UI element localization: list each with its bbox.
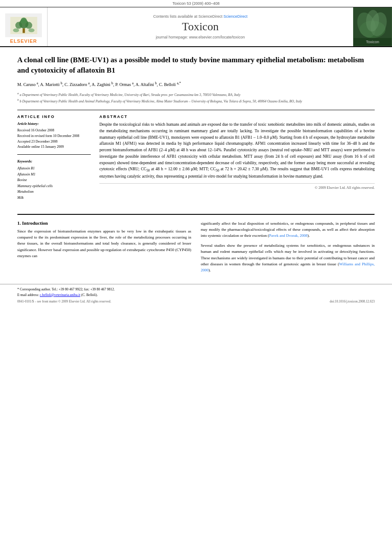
svg-point-4 [25,22,32,29]
footnote-corresponding: * Corresponding author. Tel.: +39 80 467… [17,287,375,298]
divider-after-affiliations [17,110,375,110]
affiliations: a a Department of Veterinary Public Heal… [17,91,375,104]
elsevier-logo-image [5,13,42,37]
ref-williams-link[interactable]: Williams and Phillips, 2000 [201,262,375,272]
issn-text: 0041-0101/$ – see front matter © 2009 El… [17,299,111,303]
elsevier-brand-text: ELSEVIER [10,38,37,44]
journal-ref: Toxicon 53 (2009) 400–408 [0,0,392,7]
history-label: Article history: [17,121,91,127]
email-label: E-mail address: [17,293,39,297]
svg-rect-1 [22,28,25,33]
keywords-list: Aflatoxin B1 Aflatoxin M1 Bovine Mammary… [17,166,91,201]
journal-header: ELSEVIER Contents lists available at Sci… [0,7,392,47]
article-history-block: Article history: Received 16 October 200… [17,121,91,150]
intro-para3: Several studies show the presence of met… [201,242,375,274]
abstract-column: ABSTRACT Despite the toxicological risks… [99,115,375,205]
svg-point-6 [13,28,19,32]
body-divider [17,214,375,215]
svg-point-7 [28,28,34,32]
article-title: A clonal cell line (BME-UV1) as a possib… [17,55,375,76]
intro-para1: Since the expression of biotransformatio… [17,228,191,259]
keywords-label: Keywords: [17,159,91,165]
article-info-abstract-area: ARTICLE INFO Article history: Received 1… [17,115,375,205]
body-right-column: significantly affect the local dispositi… [201,220,375,277]
received-date: Received 16 October 2008 [17,128,91,134]
svg-point-3 [15,22,22,29]
article-history-section: Article history: Received 16 October 200… [17,121,91,150]
main-content: A clonal cell line (BME-UV1) as a possib… [0,47,392,210]
journal-homepage: journal homepage: www.elsevier.com/locat… [156,35,245,39]
body-left-column: 1. Introduction Since the expression of … [17,220,191,277]
copyright-line: © 2009 Elsevier Ltd. All rights reserved… [99,183,375,190]
abstract-label: ABSTRACT [99,115,375,119]
journal-center-area: Contents lists available at ScienceDirec… [48,7,353,46]
keywords-section: Keywords: Aflatoxin B1 Aflatoxin M1 Bovi… [17,159,91,201]
email-link[interactable]: c.belloli@veterinaria.uniba.it [40,293,80,297]
toxicon-cover-image: Toxicon [353,7,392,46]
sciencedirect-line: Contents lists available at ScienceDirec… [153,14,247,19]
cover-inner: Toxicon [354,8,392,46]
footer-area: * Corresponding author. Tel.: +39 80 467… [0,284,392,306]
available-date: Available online 15 January 2009 [17,144,91,150]
elsevier-logo-area: ELSEVIER [0,7,48,46]
svg-point-5 [20,17,26,23]
sciencedirect-link[interactable]: ScienceDirect [223,14,248,19]
keywords-block: Keywords: Aflatoxin B1 Aflatoxin M1 Bovi… [17,159,91,201]
doi-text: doi:10.1016/j.toxicon.2008.12.023 [330,299,375,303]
authors-line: M. Caruso a, A. Mariotti b, C. Zizzadoro… [17,81,375,88]
divider-keywords [17,154,91,155]
accepted-date: Accepted 23 December 2008 [17,139,91,145]
journal-title: Toxicon [182,20,219,33]
article-info-label: ARTICLE INFO [17,115,91,119]
body-two-col: 1. Introduction Since the expression of … [17,220,375,277]
body-content: 1. Introduction Since the expression of … [0,210,392,281]
revised-date: Received in revised form 10 December 200… [17,134,91,139]
ref-pavek-link[interactable]: Pavek and Dvorak, 2008 [269,233,307,238]
abstract-text: Despite the toxicological risks to which… [99,121,375,180]
footer-bottom: 0041-0101/$ – see front matter © 2009 El… [17,299,375,303]
intro-para2: significantly affect the local dispositi… [201,220,375,239]
email-person: C. Belloli [82,293,96,297]
page: Toxicon 53 (2009) 400–408 [0,0,392,535]
svg-text:Toxicon: Toxicon [366,40,379,44]
intro-heading: 1. Introduction [17,220,191,226]
article-info-column: ARTICLE INFO Article history: Received 1… [17,115,91,205]
